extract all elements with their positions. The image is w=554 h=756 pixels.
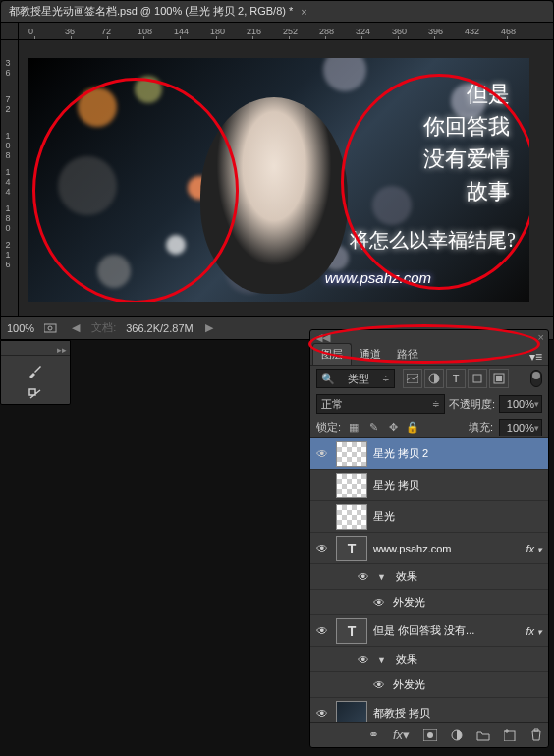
layer-row[interactable]: 👁星光	[310, 501, 548, 533]
canvas-text: 但是 你回答我 没有爱情 故事 将怎么以幸福结尾?	[423, 78, 510, 207]
layer-thumbnail[interactable]	[336, 504, 367, 530]
doc-info: 366.2K/2.87M	[126, 322, 194, 334]
lock-all-icon[interactable]: 🔒	[406, 421, 419, 435]
layer-mask-icon[interactable]	[423, 729, 437, 741]
fill-value[interactable]: 100%▾	[499, 419, 542, 436]
opacity-value[interactable]: 100%▾	[499, 395, 542, 413]
visibility-toggle[interactable]: 👁	[314, 479, 330, 493]
brush-panel-icon[interactable]	[26, 386, 45, 404]
filter-smart-icon[interactable]	[489, 369, 509, 388]
svg-rect-6	[496, 376, 502, 381]
layer-thumbnail[interactable]: T	[336, 618, 367, 644]
panel-collapse-icon[interactable]: ◀◀	[314, 331, 330, 344]
svg-rect-10	[504, 731, 515, 741]
layer-group-icon[interactable]	[476, 729, 490, 741]
layer-filter-kind[interactable]: 🔍类型≑	[316, 369, 395, 388]
layer-thumbnail[interactable]: T	[336, 536, 367, 561]
visibility-toggle[interactable]: 👁	[371, 678, 387, 692]
visibility-toggle[interactable]: 👁	[356, 570, 371, 584]
tab-close-icon[interactable]: ×	[301, 6, 306, 18]
visibility-toggle[interactable]: 👁	[314, 624, 330, 638]
layer-name[interactable]: 但是 你回答我 没有...	[373, 623, 474, 638]
canvas-viewport[interactable]: 但是 你回答我 没有爱情 故事 将怎么以幸福结尾? www.psahz.com	[19, 40, 553, 316]
layer-row[interactable]: 👁▼效果	[310, 647, 548, 672]
blend-mode-select[interactable]: 正常≑	[316, 394, 445, 414]
filter-pixel-icon[interactable]	[403, 369, 422, 388]
lock-position-icon[interactable]: ✥	[386, 421, 400, 435]
canvas-url: www.psahz.com	[325, 269, 431, 286]
lock-pixels-icon[interactable]: ✎	[366, 421, 380, 435]
layer-row[interactable]: 👁Twww.psahz.comfx ▾	[310, 533, 548, 564]
visibility-toggle[interactable]: 👁	[314, 707, 330, 721]
link-layers-icon[interactable]: ⚭	[368, 727, 379, 742]
visibility-toggle[interactable]: 👁	[371, 596, 387, 610]
zoom-level[interactable]: 100%	[7, 322, 34, 334]
filter-shape-icon[interactable]	[468, 369, 487, 388]
opacity-label: 不透明度:	[449, 397, 495, 412]
layer-row[interactable]: 👁T但是 你回答我 没有...fx ▾	[310, 615, 548, 647]
document-window: 都教授星光动画签名档.psd @ 100% (星光 拷贝 2, RGB/8) *…	[0, 0, 554, 340]
ruler-origin[interactable]	[1, 23, 19, 40]
layers-panel: ◀◀ × 图层 通道 路径 ▾≡ 🔍类型≑ T 正常≑ 不透明度: 100%▾ …	[309, 329, 549, 748]
document-tab[interactable]: 都教授星光动画签名档.psd @ 100% (星光 拷贝 2, RGB/8) *…	[1, 1, 553, 23]
fx-indicator[interactable]: fx ▾	[526, 543, 544, 554]
fx-indicator[interactable]: fx ▾	[526, 625, 544, 637]
layer-row[interactable]: 👁▼效果	[310, 564, 548, 590]
document-title: 都教授星光动画签名档.psd @ 100% (星光 拷贝 2, RGB/8) *	[9, 4, 293, 19]
layers-list[interactable]: 👁星光 拷贝 2👁星光 拷贝👁星光👁Twww.psahz.comfx ▾👁▼效果…	[310, 438, 548, 722]
tab-layers[interactable]: 图层	[312, 343, 352, 365]
svg-point-1	[48, 326, 52, 330]
brush-presets-icon[interactable]	[26, 362, 45, 379]
doc-info-next-icon[interactable]: ▶	[203, 321, 215, 334]
fill-label: 填充:	[469, 420, 493, 435]
horizontal-ruler[interactable]: 03672108144180216252288324360396432468	[19, 23, 553, 40]
panel-close-icon[interactable]: ×	[538, 331, 544, 343]
panel-tabs: 图层 通道 路径 ▾≡	[310, 344, 548, 366]
layer-thumbnail[interactable]	[336, 701, 367, 723]
panel-menu-icon[interactable]: ▾≡	[524, 349, 548, 365]
layer-name[interactable]: 星光 拷贝	[373, 478, 419, 493]
canvas[interactable]: 但是 你回答我 没有爱情 故事 将怎么以幸福结尾? www.psahz.com	[28, 58, 529, 302]
visibility-toggle[interactable]: 👁	[314, 542, 330, 555]
svg-point-8	[427, 732, 433, 738]
layer-thumbnail[interactable]	[336, 473, 367, 498]
filter-text-icon[interactable]: T	[446, 369, 466, 388]
svg-rect-0	[44, 324, 56, 332]
portrait-placeholder	[200, 97, 348, 294]
tool-options-panel: ▸▸	[0, 340, 71, 405]
filter-toggle[interactable]	[530, 370, 542, 387]
layer-row[interactable]: 👁都教授 拷贝	[310, 698, 548, 722]
lock-label: 锁定:	[316, 420, 341, 435]
layer-fx-icon[interactable]: fx▾	[393, 727, 410, 742]
doc-info-label: 文档:	[91, 320, 116, 335]
filter-adjust-icon[interactable]	[424, 369, 444, 388]
layer-name[interactable]: www.psahz.com	[373, 543, 451, 554]
visibility-toggle[interactable]: 👁	[314, 510, 330, 524]
layer-name[interactable]: 星光 拷贝 2	[373, 446, 428, 461]
exposure-icon[interactable]	[44, 322, 60, 334]
tab-paths[interactable]: 路径	[389, 344, 426, 365]
adjustment-layer-icon[interactable]	[451, 729, 463, 741]
svg-rect-4	[473, 375, 481, 382]
layer-thumbnail[interactable]	[336, 441, 367, 467]
doc-info-prev-icon[interactable]: ◀	[70, 321, 82, 334]
layer-row[interactable]: 👁外发光	[310, 672, 548, 698]
visibility-toggle[interactable]: 👁	[314, 447, 330, 461]
layer-row[interactable]: 👁星光 拷贝	[310, 470, 548, 501]
delete-layer-icon[interactable]	[530, 728, 542, 741]
layer-row[interactable]: 👁星光 拷贝 2	[310, 438, 548, 470]
vertical-ruler[interactable]: 3672108144180216	[1, 40, 19, 316]
new-layer-icon[interactable]	[504, 729, 517, 741]
layer-name[interactable]: 星光	[373, 509, 395, 524]
layers-footer: ⚭ fx▾	[310, 722, 548, 747]
tab-channels[interactable]: 通道	[352, 344, 389, 365]
lock-transparent-icon[interactable]: ▦	[347, 421, 360, 435]
visibility-toggle[interactable]: 👁	[356, 653, 371, 667]
layer-name[interactable]: 都教授 拷贝	[373, 706, 430, 721]
layer-row[interactable]: 👁外发光	[310, 590, 548, 615]
